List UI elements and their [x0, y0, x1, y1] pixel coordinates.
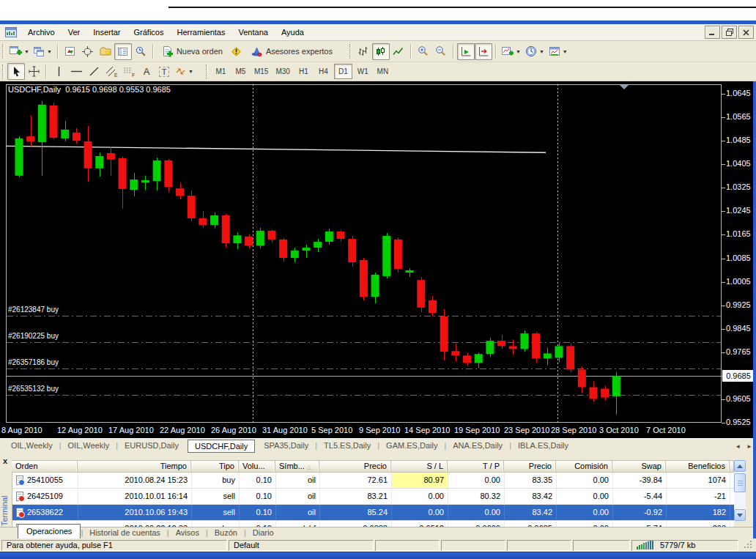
bar-chart-button[interactable] [355, 43, 372, 60]
indicators-button[interactable]: ▼ [500, 43, 523, 60]
chart-tab-spa35-daily[interactable]: SPA35,Daily [257, 440, 315, 451]
scroll-down-icon[interactable] [734, 509, 746, 521]
table-row[interactable]: 264251092010.10.01 16:14sell0.10oil83.21… [12, 489, 734, 505]
timeframe-button-m30[interactable]: M30 [273, 64, 292, 79]
auto-scroll-button[interactable] [457, 43, 475, 60]
vertical-line-button[interactable] [50, 63, 67, 80]
chart-tab-ibla-es-daily[interactable]: IBLA.ES,Daily [511, 440, 575, 451]
chart-tab-oil-weekly[interactable]: OIL,Weekly [4, 440, 59, 451]
toolbar-grip[interactable] [2, 64, 4, 79]
equidistant-channel-button[interactable]: E [103, 63, 120, 80]
chart-shift-button[interactable] [475, 43, 492, 60]
status-profile[interactable]: Default [229, 540, 374, 551]
scrollbar-thumb[interactable] [734, 473, 746, 492]
dropdown-caret-icon: ▼ [539, 49, 544, 54]
templates-button[interactable]: ▼ [546, 43, 570, 60]
zoom-in-button[interactable] [415, 43, 432, 60]
chart-area[interactable]: USDCHF,Daily 0.9615 0.9698 0.9553 0.9685… [0, 81, 756, 438]
zoom-out-button[interactable] [432, 43, 450, 60]
menu-item-graficos[interactable]: Gráficos [127, 26, 171, 39]
chart-tab-usdchf-daily[interactable]: USDCHF,Daily [188, 440, 255, 453]
close-button[interactable] [738, 26, 754, 39]
chart-tab-oil-weekly[interactable]: OIL,Weekly [62, 440, 116, 451]
timeframe-button-m1[interactable]: M1 [212, 64, 230, 79]
menu-item-herramientas[interactable]: Herramientas [170, 26, 231, 39]
column-header-s-l[interactable]: S / L [391, 461, 448, 472]
timeframe-button-m15[interactable]: M15 [251, 64, 271, 79]
candle [61, 121, 69, 141]
table-scrollbar[interactable] [734, 460, 746, 521]
candlestick-chart-button[interactable] [372, 43, 390, 60]
table-row[interactable]: 261238472010.09.22 12:33buy0.10usdchf0.9… [12, 521, 734, 527]
trendline-button[interactable] [85, 63, 103, 80]
terminal-tab-operaciones[interactable]: Operaciones [18, 524, 81, 538]
new-order-button[interactable]: Nueva orden [157, 43, 228, 60]
navigator-button[interactable] [97, 43, 114, 60]
text-tool-button[interactable]: A [138, 63, 155, 80]
fibonacci-button[interactable]: F [120, 63, 138, 80]
terminal-button[interactable] [114, 43, 132, 60]
toolbar-grip[interactable] [206, 64, 208, 79]
column-header-tiempo[interactable]: Tiempo [78, 461, 191, 472]
chart-tab-gam-es-daily[interactable]: GAM.ES,Daily [379, 440, 444, 451]
chart-shift-marker-icon[interactable] [620, 85, 629, 89]
crosshair-button[interactable] [25, 63, 42, 80]
metaeditor-button[interactable] [228, 43, 245, 60]
chart-tab-ana-es-daily[interactable]: ANA.ES,Daily [446, 440, 509, 451]
terminal-tab-avisos[interactable]: Avisos [169, 527, 206, 538]
menu-item-ver[interactable]: Ver [62, 26, 87, 39]
data-window-button[interactable] [79, 43, 97, 60]
periods-button[interactable]: ▼ [523, 43, 546, 60]
line-chart-button[interactable] [390, 43, 407, 60]
horizontal-line-button[interactable] [67, 63, 85, 80]
menu-item-ventana[interactable]: Ventana [232, 26, 275, 39]
timeframe-button-d1[interactable]: D1 [334, 64, 352, 79]
cursor-button[interactable] [7, 63, 25, 80]
timeframe-button-mn[interactable]: MN [374, 64, 392, 79]
terminal-tab-bar: Operaciones|Historial de cuentas|Avisos|… [0, 527, 756, 538]
terminal-close-icon[interactable]: x [3, 457, 7, 464]
expert-advisors-button[interactable]: Asesores expertos [245, 43, 338, 60]
tab-scroll-left-icon[interactable]: ◄ [735, 443, 741, 450]
terminal-tab-historial-de-cuentas[interactable]: Historial de cuentas [83, 527, 167, 538]
menu-item-ayuda[interactable]: Ayuda [275, 26, 311, 39]
profiles-button[interactable]: ▼ [32, 43, 54, 60]
table-row[interactable]: 265386222010.10.06 19:43sell0.10oil85.24… [12, 505, 734, 521]
arrows-tool-button[interactable]: ▼ [173, 63, 196, 80]
table-row[interactable]: 254100552010.08.24 15:23buy0.10oil72.618… [12, 473, 734, 489]
column-header-orden[interactable]: Orden [12, 461, 78, 472]
column-header-simb[interactable]: Símb...△ [275, 461, 319, 472]
terminal-tab-diario[interactable]: Diario [246, 527, 281, 538]
chart-tab-eurusd-daily[interactable]: EURUSD,Daily [118, 440, 185, 451]
timeframe-button-m5[interactable]: M5 [231, 64, 250, 79]
new-chart-button[interactable]: ▼ [7, 43, 32, 60]
menu-item-archivo[interactable]: Archivo [21, 26, 62, 39]
terminal-tab-buzon[interactable]: Buzón [208, 527, 244, 538]
scroll-up-icon[interactable] [734, 460, 746, 472]
timeframe-button-w1[interactable]: W1 [354, 64, 372, 79]
chart-tab-tl5-es-daily[interactable]: TL5.ES,Daily [317, 440, 377, 451]
toolbar-grip[interactable] [349, 44, 352, 59]
timeframe-button-h4[interactable]: H4 [314, 64, 333, 79]
column-header-t-p[interactable]: T / P [448, 461, 504, 472]
column-header-precio[interactable]: Precio [504, 461, 556, 472]
column-header-comision[interactable]: Comisión [556, 461, 612, 472]
minimize-button[interactable] [705, 26, 720, 39]
resize-grip-icon[interactable] [744, 540, 753, 551]
column-header-tipo[interactable]: Tipo [191, 461, 239, 472]
column-header-volu[interactable]: Volu... [239, 461, 275, 472]
price-tick [722, 329, 725, 330]
column-header-beneficios[interactable]: Beneficios [666, 461, 730, 472]
tab-scroll-right-icon[interactable]: ► [746, 443, 752, 450]
restore-button[interactable] [722, 26, 737, 39]
profiles-icon [34, 46, 45, 57]
menu-item-insertar[interactable]: Insertar [86, 26, 127, 39]
toolbar-grip[interactable] [2, 44, 4, 59]
column-header-precio[interactable]: Precio [319, 461, 391, 472]
timeframe-button-h1[interactable]: H1 [294, 64, 313, 79]
text-label-button[interactable]: T [155, 63, 173, 80]
column-header-swap[interactable]: Swap [612, 461, 666, 472]
market-watch-button[interactable] [62, 43, 79, 60]
price-axis-label: 0.9765 [726, 347, 751, 356]
strategy-tester-button[interactable] [132, 43, 149, 60]
